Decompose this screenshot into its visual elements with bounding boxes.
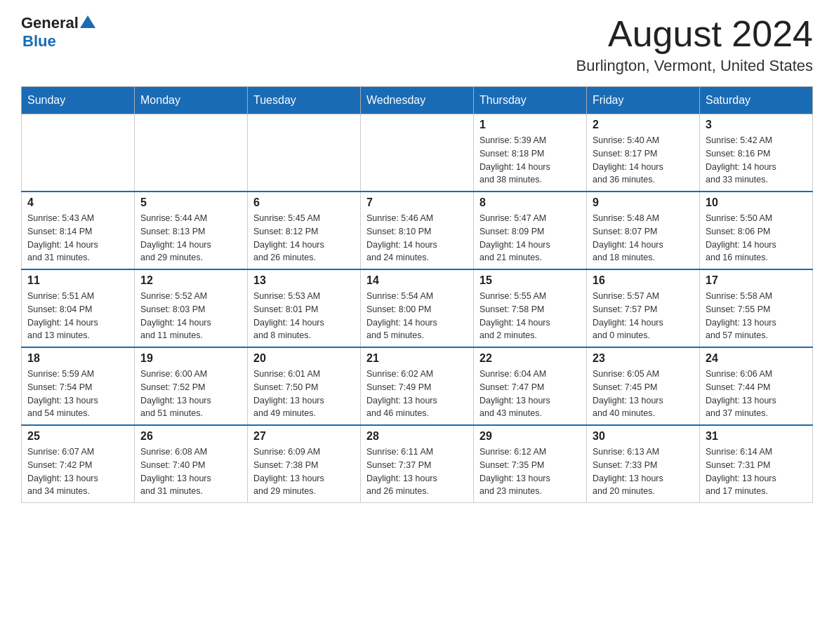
day-number: 13 [253,274,355,287]
day-number: 11 [27,274,128,287]
table-row: 18Sunrise: 5:59 AM Sunset: 7:54 PM Dayli… [22,347,135,425]
table-row [135,114,248,192]
table-row: 23Sunrise: 6:05 AM Sunset: 7:45 PM Dayli… [587,347,700,425]
table-row: 2Sunrise: 5:40 AM Sunset: 8:17 PM Daylig… [587,114,700,192]
table-row: 31Sunrise: 6:14 AM Sunset: 7:31 PM Dayli… [700,425,813,503]
table-row: 11Sunrise: 5:51 AM Sunset: 8:04 PM Dayli… [22,269,135,347]
day-info: Sunrise: 5:50 AM Sunset: 8:06 PM Dayligh… [706,212,807,264]
table-row: 22Sunrise: 6:04 AM Sunset: 7:47 PM Dayli… [474,347,587,425]
table-row [248,114,361,192]
day-info: Sunrise: 5:52 AM Sunset: 8:03 PM Dayligh… [140,290,241,342]
day-number: 26 [140,430,241,443]
col-saturday: Saturday [700,87,813,114]
day-number: 12 [140,274,241,287]
day-number: 2 [593,119,694,131]
day-number: 19 [140,352,241,365]
table-row [22,114,135,192]
day-number: 4 [27,196,128,209]
day-number: 17 [706,274,807,287]
svg-marker-0 [80,15,95,28]
day-info: Sunrise: 6:02 AM Sunset: 7:49 PM Dayligh… [366,368,468,420]
day-info: Sunrise: 6:12 AM Sunset: 7:35 PM Dayligh… [479,445,581,498]
day-info: Sunrise: 6:07 AM Sunset: 7:42 PM Dayligh… [27,445,128,498]
day-number: 10 [706,196,807,209]
day-info: Sunrise: 5:48 AM Sunset: 8:07 PM Dayligh… [593,212,694,264]
table-row: 25Sunrise: 6:07 AM Sunset: 7:42 PM Dayli… [22,425,135,503]
day-info: Sunrise: 5:45 AM Sunset: 8:12 PM Dayligh… [253,212,355,264]
day-info: Sunrise: 5:47 AM Sunset: 8:09 PM Dayligh… [479,212,581,264]
day-number: 3 [706,119,807,131]
logo-triangle-icon [80,15,95,28]
table-row: 16Sunrise: 5:57 AM Sunset: 7:57 PM Dayli… [587,269,700,347]
day-info: Sunrise: 5:44 AM Sunset: 8:13 PM Dayligh… [140,212,241,264]
table-row: 7Sunrise: 5:46 AM Sunset: 8:10 PM Daylig… [361,192,474,269]
table-row: 30Sunrise: 6:13 AM Sunset: 7:33 PM Dayli… [587,425,700,503]
table-row: 10Sunrise: 5:50 AM Sunset: 8:06 PM Dayli… [700,192,813,269]
month-title: August 2024 [576,14,813,54]
day-number: 20 [253,352,355,365]
col-wednesday: Wednesday [361,87,474,114]
table-row: 29Sunrise: 6:12 AM Sunset: 7:35 PM Dayli… [474,425,587,503]
day-info: Sunrise: 5:51 AM Sunset: 8:04 PM Dayligh… [27,290,128,342]
day-info: Sunrise: 5:39 AM Sunset: 8:18 PM Dayligh… [479,134,581,187]
logo-general-text: General [21,14,79,32]
day-number: 5 [140,196,241,209]
day-info: Sunrise: 6:05 AM Sunset: 7:45 PM Dayligh… [593,368,694,420]
table-row: 3Sunrise: 5:42 AM Sunset: 8:16 PM Daylig… [700,114,813,192]
calendar-week-row: 4Sunrise: 5:43 AM Sunset: 8:14 PM Daylig… [22,192,813,269]
table-row: 5Sunrise: 5:44 AM Sunset: 8:13 PM Daylig… [135,192,248,269]
day-number: 27 [253,430,355,443]
day-number: 7 [366,196,468,209]
table-row: 28Sunrise: 6:11 AM Sunset: 7:37 PM Dayli… [361,425,474,503]
table-row: 1Sunrise: 5:39 AM Sunset: 8:18 PM Daylig… [474,114,587,192]
day-info: Sunrise: 6:01 AM Sunset: 7:50 PM Dayligh… [253,368,355,420]
day-number: 24 [706,352,807,365]
day-number: 31 [706,430,807,443]
col-monday: Monday [135,87,248,114]
table-row: 6Sunrise: 5:45 AM Sunset: 8:12 PM Daylig… [248,192,361,269]
day-number: 15 [479,274,581,287]
table-row: 17Sunrise: 5:58 AM Sunset: 7:55 PM Dayli… [700,269,813,347]
day-info: Sunrise: 5:57 AM Sunset: 7:57 PM Dayligh… [593,290,694,342]
day-number: 22 [479,352,581,365]
day-info: Sunrise: 5:59 AM Sunset: 7:54 PM Dayligh… [27,368,128,420]
table-row: 9Sunrise: 5:48 AM Sunset: 8:07 PM Daylig… [587,192,700,269]
day-info: Sunrise: 6:00 AM Sunset: 7:52 PM Dayligh… [140,368,241,420]
day-info: Sunrise: 6:11 AM Sunset: 7:37 PM Dayligh… [366,445,468,498]
day-info: Sunrise: 6:08 AM Sunset: 7:40 PM Dayligh… [140,445,241,498]
day-info: Sunrise: 6:04 AM Sunset: 7:47 PM Dayligh… [479,368,581,420]
calendar-table: Sunday Monday Tuesday Wednesday Thursday… [21,86,813,503]
day-info: Sunrise: 6:14 AM Sunset: 7:31 PM Dayligh… [706,445,807,498]
day-number: 29 [479,430,581,443]
day-info: Sunrise: 5:40 AM Sunset: 8:17 PM Dayligh… [593,134,694,187]
day-number: 23 [593,352,694,365]
day-info: Sunrise: 5:43 AM Sunset: 8:14 PM Dayligh… [27,212,128,264]
day-info: Sunrise: 6:09 AM Sunset: 7:38 PM Dayligh… [253,445,355,498]
day-number: 14 [366,274,468,287]
table-row: 14Sunrise: 5:54 AM Sunset: 8:00 PM Dayli… [361,269,474,347]
day-info: Sunrise: 5:46 AM Sunset: 8:10 PM Dayligh… [366,212,468,264]
day-number: 1 [479,119,581,131]
day-info: Sunrise: 5:54 AM Sunset: 8:00 PM Dayligh… [366,290,468,342]
col-sunday: Sunday [22,87,135,114]
table-row: 24Sunrise: 6:06 AM Sunset: 7:44 PM Dayli… [700,347,813,425]
table-row: 19Sunrise: 6:00 AM Sunset: 7:52 PM Dayli… [135,347,248,425]
calendar-week-row: 1Sunrise: 5:39 AM Sunset: 8:18 PM Daylig… [22,114,813,192]
day-number: 21 [366,352,468,365]
day-number: 18 [27,352,128,365]
day-info: Sunrise: 5:55 AM Sunset: 7:58 PM Dayligh… [479,290,581,342]
table-row: 4Sunrise: 5:43 AM Sunset: 8:14 PM Daylig… [22,192,135,269]
table-row: 15Sunrise: 5:55 AM Sunset: 7:58 PM Dayli… [474,269,587,347]
day-info: Sunrise: 6:13 AM Sunset: 7:33 PM Dayligh… [593,445,694,498]
calendar-header-row: Sunday Monday Tuesday Wednesday Thursday… [22,87,813,114]
calendar-week-row: 11Sunrise: 5:51 AM Sunset: 8:04 PM Dayli… [22,269,813,347]
table-row: 21Sunrise: 6:02 AM Sunset: 7:49 PM Dayli… [361,347,474,425]
day-info: Sunrise: 5:58 AM Sunset: 7:55 PM Dayligh… [706,290,807,342]
location-title: Burlington, Vermont, United States [576,57,813,75]
table-row: 20Sunrise: 6:01 AM Sunset: 7:50 PM Dayli… [248,347,361,425]
col-friday: Friday [587,87,700,114]
day-number: 6 [253,196,355,209]
table-row: 8Sunrise: 5:47 AM Sunset: 8:09 PM Daylig… [474,192,587,269]
day-number: 25 [27,430,128,443]
day-info: Sunrise: 5:53 AM Sunset: 8:01 PM Dayligh… [253,290,355,342]
